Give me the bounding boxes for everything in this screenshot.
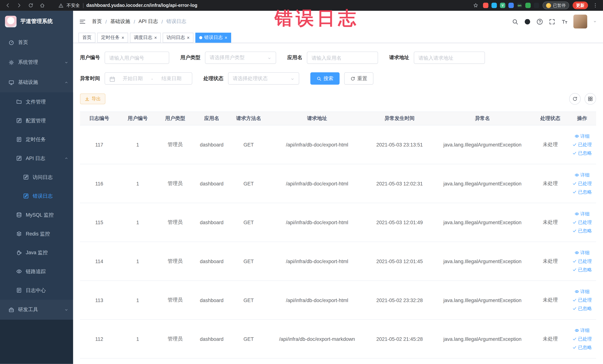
- close-icon[interactable]: ×: [154, 35, 157, 40]
- request-url-input[interactable]: [414, 52, 485, 64]
- app-name-input[interactable]: [307, 52, 378, 64]
- font-size-button[interactable]: [561, 18, 568, 25]
- close-icon[interactable]: ×: [187, 35, 190, 40]
- column-settings-button[interactable]: [584, 93, 596, 105]
- detail-link[interactable]: 详细: [574, 211, 590, 217]
- browser-update-button[interactable]: 更新: [573, 1, 588, 9]
- cell-log_id: 115: [80, 203, 118, 241]
- processed-link[interactable]: 已处理: [572, 141, 592, 148]
- browser-back-button[interactable]: [4, 1, 12, 9]
- ext-green-icon[interactable]: [525, 3, 531, 8]
- sidebar-item-config-mgmt[interactable]: 配置管理: [0, 111, 73, 130]
- check-icon: [572, 267, 577, 272]
- processed-link-label: 已处理: [578, 258, 592, 264]
- process-status-placeholder: 请选择处理状态: [233, 75, 268, 82]
- help-button[interactable]: [536, 18, 543, 25]
- sidebar-item-file-mgmt[interactable]: 文件管理: [0, 92, 73, 111]
- close-icon[interactable]: ×: [225, 35, 227, 40]
- sidebar-item-home[interactable]: 首页: [0, 32, 73, 52]
- sidebar-item-redis-monitor[interactable]: Redis 监控: [0, 224, 73, 243]
- sidebar-item-trace[interactable]: 链路追踪: [0, 262, 73, 281]
- filter-form: 用户编号 用户类型 请选择用户类型 应用名 请求地址: [73, 43, 603, 84]
- sidebar-item-dev-tools[interactable]: 研发工具: [0, 300, 73, 320]
- detail-link[interactable]: 详细: [574, 288, 590, 295]
- sidebar-item-mysql-monitor[interactable]: MySQL 监控: [0, 205, 73, 224]
- detail-link[interactable]: 详细: [574, 249, 590, 256]
- detail-link[interactable]: 详细: [574, 172, 590, 178]
- user-id-input[interactable]: [104, 52, 169, 64]
- exception-time-range-picker[interactable]: 开始日期 - 结束日期: [104, 72, 192, 84]
- sidebar-logo[interactable]: 芋道管理系统: [0, 11, 73, 32]
- breadcrumb-item[interactable]: 基础设施: [110, 18, 130, 25]
- sidebar-menu: 首页系统管理基础设施文件管理配置管理定时任务API 日志访问日志错误日志MySQ…: [0, 32, 73, 320]
- tab-error-log[interactable]: 错误日志×: [195, 33, 231, 42]
- profile-paused-chip[interactable]: 已暂停: [543, 1, 569, 9]
- search-button[interactable]: 搜索: [310, 72, 340, 84]
- reset-button[interactable]: 重置: [344, 72, 373, 84]
- export-button[interactable]: 导出: [80, 94, 105, 104]
- processed-link[interactable]: 已处理: [572, 219, 592, 225]
- ignored-link-label: 已忽略: [578, 150, 592, 156]
- ignored-link[interactable]: 已忽略: [572, 267, 592, 273]
- ignored-link[interactable]: 已忽略: [572, 344, 592, 351]
- browser-reload-button[interactable]: [27, 1, 35, 9]
- ignored-link[interactable]: 已忽略: [572, 189, 592, 195]
- processed-link[interactable]: 已处理: [572, 258, 592, 264]
- cell-method: GET: [230, 164, 267, 203]
- tab-home[interactable]: 首页: [78, 33, 95, 42]
- start-date-placeholder: 开始日期: [116, 75, 149, 82]
- detail-link-label: 详细: [580, 327, 590, 334]
- ext-red-icon[interactable]: [483, 3, 488, 8]
- ext-grid-icon[interactable]: [509, 3, 514, 8]
- tab-scheduled-task[interactable]: 定时任务×: [97, 33, 128, 42]
- close-icon[interactable]: ×: [122, 35, 124, 40]
- header-search-button[interactable]: [512, 18, 518, 25]
- sidebar-item-api-log[interactable]: API 日志: [0, 149, 73, 168]
- tab-access-log[interactable]: 访问日志×: [163, 33, 194, 42]
- user-type-select[interactable]: 请选择用户类型: [205, 52, 276, 64]
- ignored-link[interactable]: 已忽略: [572, 227, 592, 234]
- breadcrumb-item[interactable]: API 日志: [139, 18, 158, 25]
- browser-forward-button[interactable]: [15, 1, 23, 9]
- detail-link[interactable]: 详细: [574, 327, 590, 334]
- processed-link[interactable]: 已处理: [572, 297, 592, 303]
- collapse-sidebar-button[interactable]: [79, 18, 86, 25]
- sidebar-item-infrastructure[interactable]: 基础设施: [0, 72, 73, 92]
- sidebar-item-java-monitor[interactable]: Java 监控: [0, 243, 73, 262]
- sidebar-item-error-log[interactable]: 错误日志: [0, 187, 73, 205]
- browser-home-button[interactable]: [38, 1, 46, 9]
- ext-vue-icon[interactable]: V: [500, 3, 505, 8]
- github-link-button[interactable]: [524, 18, 531, 25]
- reload-icon: [28, 3, 33, 8]
- warning-icon: [58, 3, 63, 8]
- process-status-select[interactable]: 请选择处理状态: [228, 72, 299, 84]
- ext-on-icon[interactable]: on: [517, 3, 522, 8]
- breadcrumb-item[interactable]: 首页: [92, 18, 102, 25]
- user-avatar[interactable]: [573, 15, 587, 29]
- edit-square-icon: [16, 118, 22, 124]
- sidebar-item-system-mgmt[interactable]: 系统管理: [0, 52, 73, 72]
- chev-up-icon: [64, 156, 69, 160]
- processed-link[interactable]: 已处理: [572, 336, 592, 342]
- processed-link-label: 已处理: [578, 336, 592, 342]
- tab-job-log[interactable]: 调度日志×: [130, 33, 161, 42]
- refresh-table-button[interactable]: [569, 93, 580, 105]
- ignored-link[interactable]: 已忽略: [572, 305, 592, 312]
- cell-log_id: 117: [80, 125, 118, 164]
- browser-menu-button[interactable]: [591, 1, 599, 9]
- user-menu-caret-button[interactable]: [593, 20, 597, 23]
- sidebar-item-scheduled-task[interactable]: 定时任务: [0, 130, 73, 149]
- select-caret: [267, 55, 272, 61]
- bookmark-star-button[interactable]: [472, 1, 480, 9]
- ignored-link[interactable]: 已忽略: [572, 150, 592, 156]
- fullscreen-button[interactable]: [549, 18, 555, 25]
- sidebar-item-access-log[interactable]: 访问日志: [0, 168, 73, 187]
- ext-dark-icon[interactable]: [534, 3, 539, 8]
- sidebar-item-log-center[interactable]: 日志中心: [0, 281, 73, 300]
- detail-link[interactable]: 详细: [574, 133, 590, 140]
- list-icon: [16, 137, 22, 142]
- ext-drop-icon[interactable]: [491, 3, 497, 8]
- address-bar[interactable]: 不安全 dashboard.yudao.iocoder.cn/infra/log…: [58, 2, 197, 9]
- processed-link[interactable]: 已处理: [572, 180, 592, 187]
- cell-user_id: 1: [118, 203, 157, 241]
